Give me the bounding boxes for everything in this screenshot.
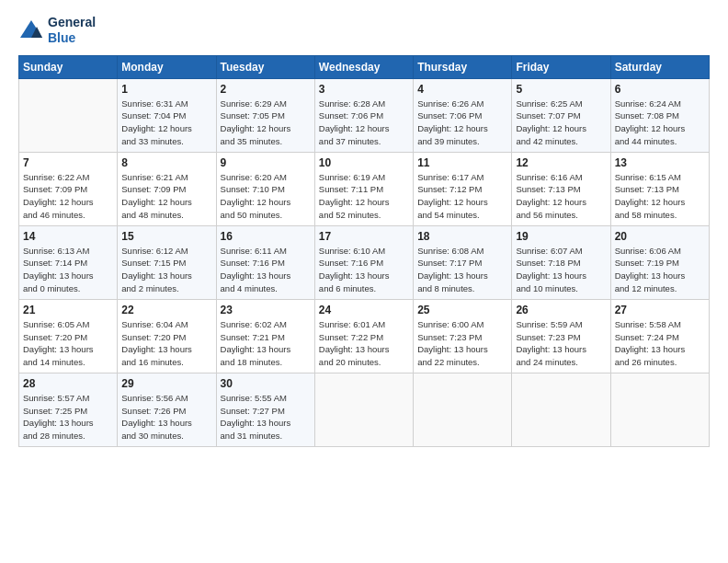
calendar-cell: 2Sunrise: 6:29 AM Sunset: 7:05 PM Daylig… [216, 78, 314, 152]
day-info: Sunrise: 6:25 AM Sunset: 7:07 PM Dayligh… [516, 98, 606, 148]
day-number: 27 [615, 304, 705, 316]
calendar-cell: 8Sunrise: 6:21 AM Sunset: 7:09 PM Daylig… [118, 152, 216, 225]
day-info: Sunrise: 6:31 AM Sunset: 7:04 PM Dayligh… [121, 98, 211, 148]
day-info: Sunrise: 6:06 AM Sunset: 7:19 PM Dayligh… [615, 245, 705, 295]
day-info: Sunrise: 5:57 AM Sunset: 7:25 PM Dayligh… [23, 392, 113, 442]
calendar-cell: 7Sunrise: 6:22 AM Sunset: 7:09 PM Daylig… [19, 152, 118, 225]
day-info: Sunrise: 5:59 AM Sunset: 7:23 PM Dayligh… [516, 318, 606, 369]
calendar-cell: 14Sunrise: 6:13 AM Sunset: 7:14 PM Dayli… [19, 225, 118, 299]
day-info: Sunrise: 6:05 AM Sunset: 7:20 PM Dayligh… [23, 318, 113, 369]
day-info: Sunrise: 6:28 AM Sunset: 7:06 PM Dayligh… [319, 98, 409, 148]
calendar-cell: 27Sunrise: 5:58 AM Sunset: 7:24 PM Dayli… [610, 299, 709, 373]
day-info: Sunrise: 6:21 AM Sunset: 7:09 PM Dayligh… [121, 171, 211, 222]
day-number: 30 [221, 377, 311, 390]
calendar-cell: 18Sunrise: 6:08 AM Sunset: 7:17 PM Dayli… [414, 225, 512, 299]
weekday-header-friday: Friday [512, 55, 610, 78]
calendar-cell: 22Sunrise: 6:04 AM Sunset: 7:20 PM Dayli… [118, 299, 216, 373]
header: General Blue [18, 15, 710, 46]
calendar-cell: 17Sunrise: 6:10 AM Sunset: 7:16 PM Dayli… [314, 225, 413, 299]
day-number: 15 [121, 230, 211, 243]
day-number: 10 [319, 156, 409, 169]
day-number: 24 [319, 304, 409, 316]
day-info: Sunrise: 6:26 AM Sunset: 7:06 PM Dayligh… [417, 98, 507, 148]
day-info: Sunrise: 6:22 AM Sunset: 7:09 PM Dayligh… [23, 171, 113, 222]
day-info: Sunrise: 6:07 AM Sunset: 7:18 PM Dayligh… [516, 245, 606, 295]
calendar-cell: 19Sunrise: 6:07 AM Sunset: 7:18 PM Dayli… [512, 225, 610, 299]
day-number: 25 [417, 304, 507, 316]
calendar-cell: 5Sunrise: 6:25 AM Sunset: 7:07 PM Daylig… [512, 78, 610, 152]
calendar-week-3: 14Sunrise: 6:13 AM Sunset: 7:14 PM Dayli… [19, 225, 710, 299]
calendar-cell: 12Sunrise: 6:16 AM Sunset: 7:13 PM Dayli… [512, 152, 610, 225]
calendar-cell: 6Sunrise: 6:24 AM Sunset: 7:08 PM Daylig… [610, 78, 709, 152]
day-number: 20 [615, 230, 705, 243]
calendar-cell: 21Sunrise: 6:05 AM Sunset: 7:20 PM Dayli… [19, 299, 118, 373]
calendar-week-1: 1Sunrise: 6:31 AM Sunset: 7:04 PM Daylig… [19, 78, 710, 152]
weekday-header-monday: Monday [118, 55, 216, 78]
calendar-cell: 25Sunrise: 6:00 AM Sunset: 7:23 PM Dayli… [414, 299, 512, 373]
day-info: Sunrise: 6:08 AM Sunset: 7:17 PM Dayligh… [417, 245, 507, 295]
calendar-cell [314, 373, 413, 446]
day-number: 11 [417, 156, 507, 169]
logo: General Blue [18, 15, 96, 46]
day-number: 26 [516, 304, 606, 316]
calendar-cell: 24Sunrise: 6:01 AM Sunset: 7:22 PM Dayli… [314, 299, 413, 373]
day-info: Sunrise: 6:10 AM Sunset: 7:16 PM Dayligh… [319, 245, 409, 295]
day-info: Sunrise: 6:15 AM Sunset: 7:13 PM Dayligh… [615, 171, 705, 222]
day-info: Sunrise: 6:16 AM Sunset: 7:13 PM Dayligh… [516, 171, 606, 222]
calendar-cell: 9Sunrise: 6:20 AM Sunset: 7:10 PM Daylig… [216, 152, 314, 225]
day-number: 18 [417, 230, 507, 243]
day-info: Sunrise: 6:19 AM Sunset: 7:11 PM Dayligh… [319, 171, 409, 222]
calendar-cell: 30Sunrise: 5:55 AM Sunset: 7:27 PM Dayli… [216, 373, 314, 446]
calendar-week-2: 7Sunrise: 6:22 AM Sunset: 7:09 PM Daylig… [19, 152, 710, 225]
day-number: 6 [615, 83, 705, 96]
day-info: Sunrise: 6:04 AM Sunset: 7:20 PM Dayligh… [121, 318, 211, 369]
calendar-cell [610, 373, 709, 446]
day-info: Sunrise: 6:11 AM Sunset: 7:16 PM Dayligh… [221, 245, 311, 295]
day-number: 19 [516, 230, 606, 243]
day-number: 3 [319, 83, 409, 96]
calendar-week-4: 21Sunrise: 6:05 AM Sunset: 7:20 PM Dayli… [19, 299, 710, 373]
day-info: Sunrise: 6:01 AM Sunset: 7:22 PM Dayligh… [319, 318, 409, 369]
calendar-cell: 3Sunrise: 6:28 AM Sunset: 7:06 PM Daylig… [314, 78, 413, 152]
calendar-week-5: 28Sunrise: 5:57 AM Sunset: 7:25 PM Dayli… [19, 373, 710, 446]
day-number: 9 [221, 156, 311, 169]
calendar-cell: 29Sunrise: 5:56 AM Sunset: 7:26 PM Dayli… [118, 373, 216, 446]
day-number: 17 [319, 230, 409, 243]
weekday-header-row: SundayMondayTuesdayWednesdayThursdayFrid… [19, 55, 710, 78]
weekday-header-tuesday: Tuesday [216, 55, 314, 78]
calendar-cell [414, 373, 512, 446]
calendar-cell: 16Sunrise: 6:11 AM Sunset: 7:16 PM Dayli… [216, 225, 314, 299]
day-number: 12 [516, 156, 606, 169]
day-info: Sunrise: 6:13 AM Sunset: 7:14 PM Dayligh… [23, 245, 113, 295]
day-number: 22 [121, 304, 211, 316]
day-info: Sunrise: 6:20 AM Sunset: 7:10 PM Dayligh… [221, 171, 311, 222]
weekday-header-thursday: Thursday [414, 55, 512, 78]
logo-icon [18, 17, 44, 43]
day-number: 1 [121, 83, 211, 96]
day-info: Sunrise: 6:02 AM Sunset: 7:21 PM Dayligh… [221, 318, 311, 369]
calendar-cell: 20Sunrise: 6:06 AM Sunset: 7:19 PM Dayli… [610, 225, 709, 299]
day-number: 4 [417, 83, 507, 96]
day-number: 29 [121, 377, 211, 390]
logo-text: General Blue [48, 15, 96, 46]
day-info: Sunrise: 6:12 AM Sunset: 7:15 PM Dayligh… [121, 245, 211, 295]
weekday-header-wednesday: Wednesday [314, 55, 413, 78]
day-info: Sunrise: 5:55 AM Sunset: 7:27 PM Dayligh… [221, 392, 311, 442]
day-info: Sunrise: 5:56 AM Sunset: 7:26 PM Dayligh… [121, 392, 211, 442]
day-number: 5 [516, 83, 606, 96]
day-number: 23 [221, 304, 311, 316]
calendar-cell: 28Sunrise: 5:57 AM Sunset: 7:25 PM Dayli… [19, 373, 118, 446]
weekday-header-sunday: Sunday [19, 55, 118, 78]
calendar-cell [512, 373, 610, 446]
day-info: Sunrise: 6:17 AM Sunset: 7:12 PM Dayligh… [417, 171, 507, 222]
calendar-cell: 15Sunrise: 6:12 AM Sunset: 7:15 PM Dayli… [118, 225, 216, 299]
calendar-table: SundayMondayTuesdayWednesdayThursdayFrid… [18, 55, 710, 447]
calendar-cell: 1Sunrise: 6:31 AM Sunset: 7:04 PM Daylig… [118, 78, 216, 152]
page: General Blue SundayMondayTuesdayWednesda… [0, 0, 728, 563]
day-number: 16 [221, 230, 311, 243]
day-info: Sunrise: 6:24 AM Sunset: 7:08 PM Dayligh… [615, 98, 705, 148]
calendar-cell: 11Sunrise: 6:17 AM Sunset: 7:12 PM Dayli… [414, 152, 512, 225]
weekday-header-saturday: Saturday [610, 55, 709, 78]
day-number: 7 [23, 156, 113, 169]
calendar-cell: 4Sunrise: 6:26 AM Sunset: 7:06 PM Daylig… [414, 78, 512, 152]
